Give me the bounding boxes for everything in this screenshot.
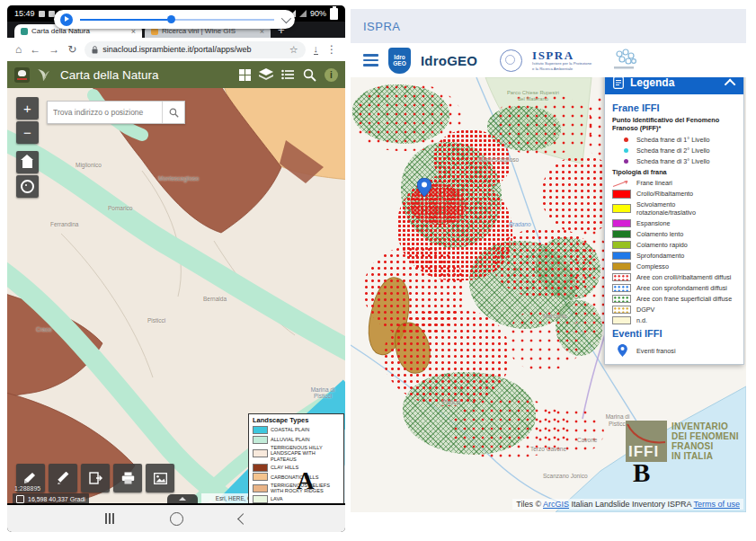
idrogeo-screenshot: ISPRA Idro GEO IdroGEO ISPRA Istituto Su…: [351, 9, 746, 512]
pencil-icon: [57, 472, 69, 484]
info-icon[interactable]: i: [325, 68, 338, 82]
layers-icon[interactable]: [259, 68, 273, 81]
idrogeo-brand: IdroGEO: [421, 53, 477, 68]
crosshair-icon: [16, 495, 24, 503]
figure-label-b: B: [633, 458, 650, 488]
app-title: Carta della Natura: [60, 68, 159, 82]
hamburger-menu-icon[interactable]: [363, 54, 378, 67]
carta-natura-logo: [35, 67, 51, 83]
browser-address-bar: ⌂ ← → ↻ sinacloud.isprambiente.it/portal…: [7, 38, 345, 61]
terms-of-use-link[interactable]: Terms of use: [693, 500, 740, 509]
iffi-logo-mark: IFFI: [626, 421, 667, 462]
tab-favicon: [21, 28, 28, 35]
legend-title: Landscape Types: [253, 416, 340, 424]
place-label: Terzo Cavone: [530, 446, 566, 452]
zoom-in-button[interactable]: +: [16, 97, 39, 120]
media-player-notification[interactable]: [54, 10, 295, 29]
legend-swatch: [253, 464, 268, 472]
landslide-dots-cluster: [496, 93, 593, 155]
back-icon[interactable]: ←: [30, 44, 40, 55]
legend-doc-icon: [613, 77, 624, 89]
menu-kebab-icon[interactable]: ⋮: [326, 43, 337, 56]
search-query-icon[interactable]: [303, 68, 316, 82]
legend-swatch: [612, 190, 631, 199]
legend-row: Colamento lento: [612, 230, 736, 239]
legend-swatch: [253, 473, 268, 481]
legenda-header[interactable]: Legenda: [605, 77, 743, 94]
url-field[interactable]: sinacloud.isprambiente.it/portal/apps/we…: [84, 41, 305, 58]
forward-icon[interactable]: →: [49, 44, 59, 55]
search-button[interactable]: [162, 102, 184, 123]
screenshot-tool-button[interactable]: [146, 464, 174, 492]
section-eventi-iffi: Eventi IFFI: [612, 328, 736, 339]
place-label: Craco: [36, 326, 51, 333]
search-input[interactable]: [48, 102, 162, 123]
place-label: Scanzano Jonico: [543, 473, 588, 479]
legend-row: Aree con frane superficiali diffuse: [612, 295, 736, 304]
legend-row: Colamento rapido: [612, 241, 736, 250]
legend-swatch: [612, 241, 631, 250]
legend-row: Scheda frane di 3° Livello: [612, 155, 736, 166]
legend-swatch: [253, 495, 268, 503]
ispra-logo-text: ISPRA Istituto Superiore per la Protezio…: [532, 49, 591, 72]
notification-icon: [39, 11, 45, 17]
legend-pattern-swatch: [612, 295, 631, 304]
reload-icon[interactable]: ↻: [67, 44, 76, 55]
android-home-icon[interactable]: [170, 512, 183, 526]
chevron-down-icon[interactable]: [281, 13, 291, 22]
play-button[interactable]: [60, 13, 73, 26]
chevron-up-icon[interactable]: [725, 78, 736, 90]
section-frane-iffi: Frane IFFI: [612, 102, 736, 113]
attribution-expander[interactable]: [167, 494, 198, 503]
slider-thumb-icon[interactable]: [167, 15, 175, 23]
legend-swatch: [253, 484, 268, 492]
bookmark-star-icon[interactable]: ☆: [289, 44, 298, 56]
legend-swatch: [612, 262, 631, 271]
print-tool-button[interactable]: [113, 464, 142, 492]
iffi-logo-text: INVENTARIO DEI FENOMENI FRANOSI IN ITALI…: [672, 421, 739, 462]
lock-icon: [92, 46, 98, 54]
tipologia-heading: Tipologia di frana: [612, 168, 736, 176]
breadcrumb[interactable]: ISPRA: [363, 20, 401, 33]
place-label: Ferrandina: [50, 221, 78, 227]
media-slider[interactable]: [80, 19, 274, 21]
default-extent-button[interactable]: [16, 151, 39, 173]
selected-landslide-pin-icon[interactable]: [417, 178, 431, 197]
battery-percent: 90%: [310, 9, 326, 18]
figure-label-a: A: [297, 467, 315, 495]
phone-screenshot-carta-natura: 15:49 90% Carta della Natura × Ricerca v…: [7, 5, 345, 532]
river-label: Cavone: [577, 437, 597, 443]
swipe-tool-button[interactable]: [81, 464, 110, 492]
recents-icon[interactable]: [105, 513, 114, 524]
idrogeo-shield-logo: Idro GEO: [388, 48, 411, 74]
idrogeo-header: Idro GEO IdroGEO ISPRA Istituto Superior…: [351, 43, 746, 77]
home-icon[interactable]: ⌂: [15, 44, 22, 55]
brush-icon: [23, 472, 38, 484]
zoom-out-button[interactable]: −: [16, 121, 39, 144]
place-label: Montescaglioso: [478, 156, 519, 163]
geoportale-logo: [610, 49, 637, 72]
carta-natura-header: Carta della Natura i: [7, 61, 345, 88]
legend-swatch: [612, 219, 631, 228]
battery-icon: [330, 8, 338, 20]
legend-list-icon[interactable]: [281, 69, 295, 80]
download-icon[interactable]: ↓: [314, 44, 319, 56]
iffi-map[interactable]: Parco Chiese Rupestri del Materano Monte…: [351, 77, 746, 512]
home-icon: [22, 160, 32, 168]
place-label: Parco Chiese Rupestri del Materano: [505, 90, 561, 102]
ispra-seal-logo: [14, 67, 30, 83]
legend-row: Aree con sprofondamenti diffusi: [612, 284, 736, 293]
carta-natura-map[interactable]: Miglionico Montescaglioso Pomarico Ferra…: [7, 88, 345, 503]
draw-tool-button[interactable]: [49, 464, 77, 492]
android-back-icon[interactable]: [237, 513, 249, 525]
legend-dot: [624, 148, 628, 153]
iffi-logo: IFFI INVENTARIO DEI FENOMENI FRANOSI IN …: [626, 421, 739, 462]
place-label: Bernalda: [203, 296, 227, 302]
basemap-grid-icon[interactable]: [239, 69, 251, 81]
image-icon: [154, 473, 167, 484]
my-location-button[interactable]: [16, 175, 39, 198]
arcgis-link[interactable]: ArcGIS: [543, 500, 569, 509]
linear-landslide-icon: [612, 179, 631, 188]
legend-row: ALLUVIAL PLAIN: [253, 436, 340, 444]
place-label: Miglionico: [76, 162, 102, 168]
